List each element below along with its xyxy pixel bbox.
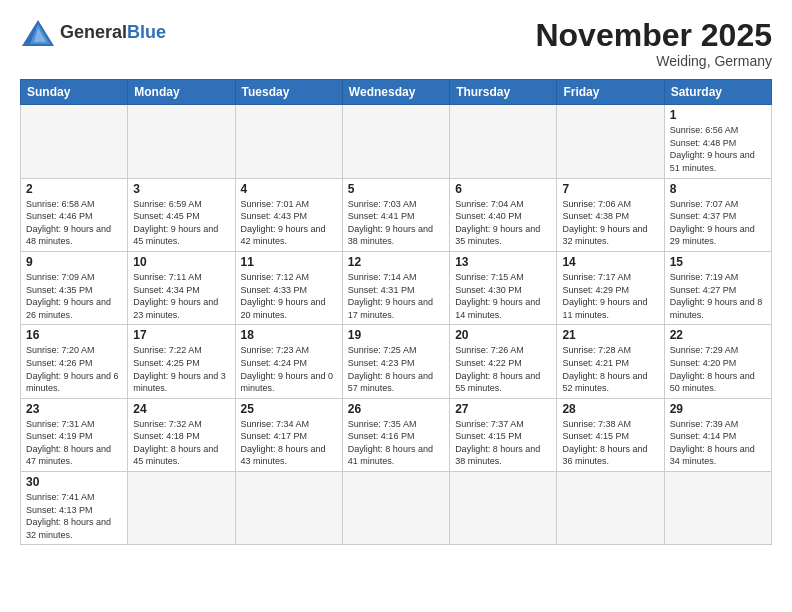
day-number: 19 <box>348 328 444 342</box>
calendar-cell <box>21 105 128 178</box>
day-info: Sunrise: 7:35 AM Sunset: 4:16 PM Dayligh… <box>348 418 444 468</box>
day-number: 28 <box>562 402 658 416</box>
day-number: 24 <box>133 402 229 416</box>
day-number: 5 <box>348 182 444 196</box>
day-number: 16 <box>26 328 122 342</box>
day-info: Sunrise: 7:26 AM Sunset: 4:22 PM Dayligh… <box>455 344 551 394</box>
calendar-cell: 26Sunrise: 7:35 AM Sunset: 4:16 PM Dayli… <box>342 398 449 471</box>
calendar-cell: 14Sunrise: 7:17 AM Sunset: 4:29 PM Dayli… <box>557 251 664 324</box>
calendar-cell <box>342 105 449 178</box>
day-info: Sunrise: 7:37 AM Sunset: 4:15 PM Dayligh… <box>455 418 551 468</box>
calendar-cell <box>557 472 664 545</box>
header-tuesday: Tuesday <box>235 80 342 105</box>
calendar-cell <box>450 472 557 545</box>
day-number: 15 <box>670 255 766 269</box>
day-info: Sunrise: 7:25 AM Sunset: 4:23 PM Dayligh… <box>348 344 444 394</box>
day-number: 21 <box>562 328 658 342</box>
week-row-4: 23Sunrise: 7:31 AM Sunset: 4:19 PM Dayli… <box>21 398 772 471</box>
calendar-cell: 5Sunrise: 7:03 AM Sunset: 4:41 PM Daylig… <box>342 178 449 251</box>
header-thursday: Thursday <box>450 80 557 105</box>
calendar-cell: 8Sunrise: 7:07 AM Sunset: 4:37 PM Daylig… <box>664 178 771 251</box>
calendar-cell: 28Sunrise: 7:38 AM Sunset: 4:15 PM Dayli… <box>557 398 664 471</box>
day-info: Sunrise: 7:34 AM Sunset: 4:17 PM Dayligh… <box>241 418 337 468</box>
calendar-cell: 11Sunrise: 7:12 AM Sunset: 4:33 PM Dayli… <box>235 251 342 324</box>
day-info: Sunrise: 7:12 AM Sunset: 4:33 PM Dayligh… <box>241 271 337 321</box>
calendar: Sunday Monday Tuesday Wednesday Thursday… <box>20 79 772 545</box>
calendar-cell <box>128 105 235 178</box>
day-number: 29 <box>670 402 766 416</box>
day-number: 7 <box>562 182 658 196</box>
calendar-cell: 27Sunrise: 7:37 AM Sunset: 4:15 PM Dayli… <box>450 398 557 471</box>
day-info: Sunrise: 7:23 AM Sunset: 4:24 PM Dayligh… <box>241 344 337 394</box>
calendar-cell <box>128 472 235 545</box>
weekday-header-row: Sunday Monday Tuesday Wednesday Thursday… <box>21 80 772 105</box>
week-row-1: 2Sunrise: 6:58 AM Sunset: 4:46 PM Daylig… <box>21 178 772 251</box>
day-info: Sunrise: 7:38 AM Sunset: 4:15 PM Dayligh… <box>562 418 658 468</box>
week-row-3: 16Sunrise: 7:20 AM Sunset: 4:26 PM Dayli… <box>21 325 772 398</box>
day-info: Sunrise: 7:11 AM Sunset: 4:34 PM Dayligh… <box>133 271 229 321</box>
calendar-cell <box>235 105 342 178</box>
day-info: Sunrise: 7:20 AM Sunset: 4:26 PM Dayligh… <box>26 344 122 394</box>
calendar-cell: 18Sunrise: 7:23 AM Sunset: 4:24 PM Dayli… <box>235 325 342 398</box>
day-info: Sunrise: 7:29 AM Sunset: 4:20 PM Dayligh… <box>670 344 766 394</box>
calendar-cell <box>557 105 664 178</box>
calendar-cell <box>664 472 771 545</box>
page: GeneralBlue November 2025 Weiding, Germa… <box>0 0 792 612</box>
logo-text: GeneralBlue <box>60 23 166 43</box>
calendar-cell: 10Sunrise: 7:11 AM Sunset: 4:34 PM Dayli… <box>128 251 235 324</box>
day-info: Sunrise: 7:09 AM Sunset: 4:35 PM Dayligh… <box>26 271 122 321</box>
day-number: 2 <box>26 182 122 196</box>
calendar-cell: 23Sunrise: 7:31 AM Sunset: 4:19 PM Dayli… <box>21 398 128 471</box>
day-number: 23 <box>26 402 122 416</box>
day-info: Sunrise: 6:58 AM Sunset: 4:46 PM Dayligh… <box>26 198 122 248</box>
calendar-cell: 24Sunrise: 7:32 AM Sunset: 4:18 PM Dayli… <box>128 398 235 471</box>
calendar-cell <box>450 105 557 178</box>
day-info: Sunrise: 6:59 AM Sunset: 4:45 PM Dayligh… <box>133 198 229 248</box>
week-row-5: 30Sunrise: 7:41 AM Sunset: 4:13 PM Dayli… <box>21 472 772 545</box>
day-number: 10 <box>133 255 229 269</box>
header-wednesday: Wednesday <box>342 80 449 105</box>
day-info: Sunrise: 6:56 AM Sunset: 4:48 PM Dayligh… <box>670 124 766 174</box>
day-info: Sunrise: 7:04 AM Sunset: 4:40 PM Dayligh… <box>455 198 551 248</box>
calendar-cell: 13Sunrise: 7:15 AM Sunset: 4:30 PM Dayli… <box>450 251 557 324</box>
calendar-cell <box>342 472 449 545</box>
calendar-cell: 29Sunrise: 7:39 AM Sunset: 4:14 PM Dayli… <box>664 398 771 471</box>
day-info: Sunrise: 7:07 AM Sunset: 4:37 PM Dayligh… <box>670 198 766 248</box>
calendar-cell: 2Sunrise: 6:58 AM Sunset: 4:46 PM Daylig… <box>21 178 128 251</box>
calendar-cell: 16Sunrise: 7:20 AM Sunset: 4:26 PM Dayli… <box>21 325 128 398</box>
logo-icon <box>20 18 56 48</box>
day-info: Sunrise: 7:17 AM Sunset: 4:29 PM Dayligh… <box>562 271 658 321</box>
day-number: 14 <box>562 255 658 269</box>
calendar-cell: 15Sunrise: 7:19 AM Sunset: 4:27 PM Dayli… <box>664 251 771 324</box>
month-title: November 2025 <box>535 18 772 53</box>
day-number: 4 <box>241 182 337 196</box>
day-info: Sunrise: 7:06 AM Sunset: 4:38 PM Dayligh… <box>562 198 658 248</box>
day-info: Sunrise: 7:41 AM Sunset: 4:13 PM Dayligh… <box>26 491 122 541</box>
day-number: 27 <box>455 402 551 416</box>
day-number: 1 <box>670 108 766 122</box>
calendar-cell: 1Sunrise: 6:56 AM Sunset: 4:48 PM Daylig… <box>664 105 771 178</box>
logo: GeneralBlue <box>20 18 166 48</box>
calendar-cell: 22Sunrise: 7:29 AM Sunset: 4:20 PM Dayli… <box>664 325 771 398</box>
day-info: Sunrise: 7:15 AM Sunset: 4:30 PM Dayligh… <box>455 271 551 321</box>
day-number: 20 <box>455 328 551 342</box>
header-sunday: Sunday <box>21 80 128 105</box>
header-friday: Friday <box>557 80 664 105</box>
day-number: 11 <box>241 255 337 269</box>
day-number: 17 <box>133 328 229 342</box>
title-block: November 2025 Weiding, Germany <box>535 18 772 69</box>
header: GeneralBlue November 2025 Weiding, Germa… <box>20 18 772 69</box>
day-number: 9 <box>26 255 122 269</box>
day-number: 18 <box>241 328 337 342</box>
day-number: 3 <box>133 182 229 196</box>
day-info: Sunrise: 7:14 AM Sunset: 4:31 PM Dayligh… <box>348 271 444 321</box>
day-info: Sunrise: 7:39 AM Sunset: 4:14 PM Dayligh… <box>670 418 766 468</box>
logo-general: General <box>60 22 127 42</box>
day-number: 22 <box>670 328 766 342</box>
logo-blue: Blue <box>127 22 166 42</box>
calendar-cell: 12Sunrise: 7:14 AM Sunset: 4:31 PM Dayli… <box>342 251 449 324</box>
week-row-2: 9Sunrise: 7:09 AM Sunset: 4:35 PM Daylig… <box>21 251 772 324</box>
header-saturday: Saturday <box>664 80 771 105</box>
day-number: 30 <box>26 475 122 489</box>
calendar-cell: 9Sunrise: 7:09 AM Sunset: 4:35 PM Daylig… <box>21 251 128 324</box>
